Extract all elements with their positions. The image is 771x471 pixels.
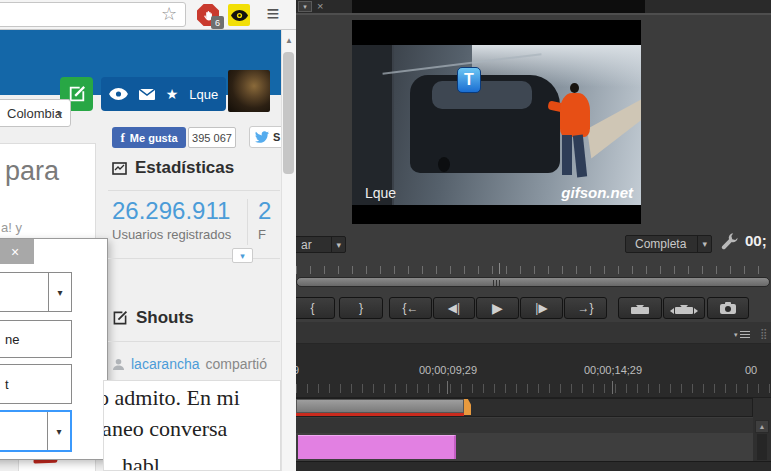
browser-scrollbar-thumb[interactable] [283,52,294,174]
bookmark-star-icon[interactable]: ☆ [161,3,177,25]
chevron-down-icon: ▾ [57,108,62,119]
username[interactable]: Lque [189,87,218,102]
fit-select[interactable]: ar ▾ [296,236,346,253]
popup-select-1[interactable]: ▾ [0,272,72,312]
shouts-heading: Shouts [112,308,194,328]
go-to-out-button[interactable]: →} [564,297,607,319]
chevron-down-icon: ▾ [48,273,71,311]
stat-users-label: Usuarios registrados [112,227,231,242]
divider [108,190,280,191]
chevron-down-icon: ▾ [697,236,711,252]
car-shape [410,75,560,173]
scroll-up-icon[interactable]: ▲ [282,36,296,45]
ruler-label: 00;00;09;29 [401,364,495,376]
divider [296,13,771,15]
ruler-major-tick [447,381,448,394]
browser-toolbar: ☆ 6 ≡ [0,0,296,30]
timecode-display[interactable]: 00; [745,232,767,249]
person-shape [548,81,596,181]
panel-close-button[interactable]: × [317,0,323,12]
panel-grip[interactable]: ⣿ [760,328,767,339]
camera-icon [720,303,736,314]
eye-extension-icon[interactable] [228,4,250,26]
messages-envelope-icon[interactable] [139,89,155,100]
promo-text-small: a! y [1,220,22,235]
shout-post-card: o admito. En mi laneo conversa habl [103,380,281,471]
play-button[interactable]: ▶ [476,297,519,319]
panel-dropdown-button[interactable]: ▾ [298,1,312,12]
popup-select-2[interactable]: ▾ [0,410,72,452]
promo-title: para [5,156,59,187]
video-monitor[interactable]: T Lque gifson.net [352,20,641,224]
watch-eye-icon[interactable] [109,88,128,100]
ruler-ticks [296,384,771,393]
go-to-in-button[interactable]: {← [389,297,432,319]
insert-icon [631,302,649,314]
country-select[interactable]: Colombia ▾ [0,99,71,127]
export-frame-button[interactable] [707,297,749,319]
popup-field-t[interactable]: t [0,364,72,404]
clip-bar[interactable] [298,435,456,459]
editor-panel: ▾ × T Lq [296,0,771,471]
menu-icon[interactable]: ≡ [260,1,286,27]
timeline-scrollbar-track[interactable] [757,434,767,460]
tv-logo: T [457,67,481,93]
work-area-bar[interactable] [296,399,464,413]
insert-button[interactable] [618,297,662,319]
twitter-bird-icon [255,131,269,143]
overwrite-icon [675,302,693,314]
overwrite-button[interactable] [663,297,705,319]
stat-col2-value[interactable]: 2 [258,197,271,225]
video-footage: T Lque gifson.net [352,45,641,205]
settings-wrench-icon[interactable] [720,232,739,255]
facebook-f-icon: f [120,130,124,146]
zoom-scrollbar-handle[interactable] [493,280,500,286]
panel-menu-button[interactable]: ▾ [734,329,750,340]
watermark-left: Lque [365,185,396,201]
avatar[interactable] [228,70,270,112]
render-bar-red [296,413,464,416]
ruler-major-tick [612,381,613,394]
shout-pencil-icon [112,310,128,326]
quality-select[interactable]: Completa ▾ [625,235,712,253]
editor-tab-active [352,0,645,13]
chevron-down-icon: ▾ [331,237,345,252]
step-back-button[interactable]: ◀| [433,297,475,319]
user-icon [112,358,125,371]
step-forward-button[interactable]: |▶ [520,297,563,319]
watermark-right: gifson.net [561,184,633,201]
chart-icon [112,162,127,175]
chevron-down-icon: ▾ [47,412,70,450]
header-icon-group: ★ Lque [101,77,226,111]
favorites-star-icon[interactable]: ★ [166,86,179,102]
zoom-scrollbar[interactable] [296,277,770,287]
divider-vertical [247,199,248,245]
facebook-like-button[interactable]: f Me gusta [112,127,186,148]
adblock-badge: 6 [211,16,224,29]
share-user-link[interactable]: lacarancha [131,356,200,372]
divider [108,258,280,259]
ruler-label: 9 [296,364,299,376]
like-count: 395 067 [188,127,236,148]
mark-in-button[interactable]: { [296,297,335,319]
mark-out-button[interactable]: } [339,297,383,319]
timeline-spacer-row [296,418,753,433]
share-row: lacarancha compartió [112,356,267,372]
address-bar[interactable] [0,2,186,27]
monitor-mini-ruler[interactable] [296,266,771,274]
expand-stats-button[interactable]: ▾ [232,248,253,263]
timeline-scroll-up-button[interactable]: ▲ [755,420,769,433]
screen: ☆ 6 ≡ ★ Lque Colombia ▾ para [0,0,771,471]
ruler-label: 00 [745,364,757,376]
site-header: ★ Lque [0,30,282,95]
timeline-header-strip [296,322,771,344]
popup-close-button[interactable]: × [0,239,34,264]
ruler-label: 00;00;14;29 [566,364,660,376]
share-action: compartió [206,356,267,372]
stats-heading: Estadísticas [112,158,234,178]
popup-field-ne[interactable]: ne [0,320,72,358]
stat-col2-label: F [258,227,266,242]
stat-users-value[interactable]: 26.296.911 [112,197,230,225]
divider [108,341,280,342]
timeline-bottom-row [296,461,771,471]
